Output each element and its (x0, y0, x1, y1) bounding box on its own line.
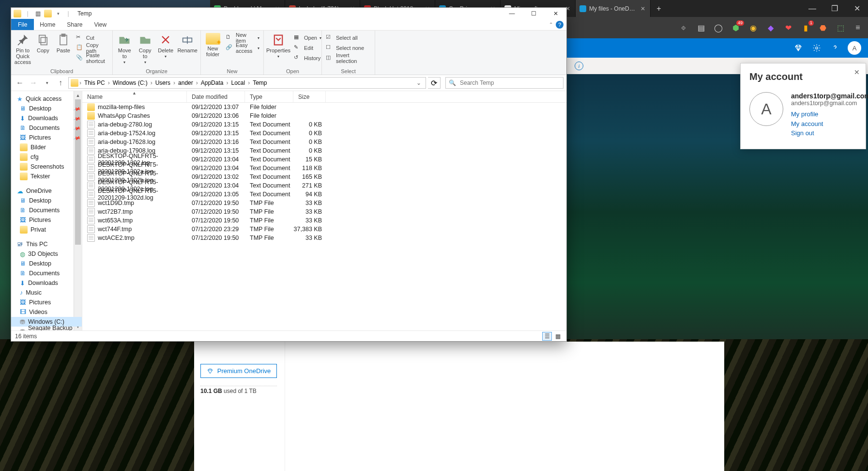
chevron-right-icon[interactable]: › (196, 79, 198, 86)
nav-item[interactable]: ♪ Music (11, 288, 82, 298)
nav-item[interactable]: 🖼 Pictures (11, 215, 82, 225)
my-profile-link[interactable]: My profile (791, 110, 868, 119)
move-to-button[interactable]: Move to▾ (116, 32, 133, 64)
settings-gear-icon[interactable] (811, 42, 822, 54)
browser-tab[interactable]: My files - OneDrive✕ (576, 0, 651, 17)
nav-item[interactable]: 🖼 Pictures (11, 298, 82, 307)
new-item-button[interactable]: 🗋New item ▾ (225, 33, 260, 43)
breadcrumb-segment[interactable]: Users (153, 79, 172, 86)
large-icons-view-icon[interactable]: ▦ (553, 332, 563, 341)
breadcrumb-segment[interactable]: AppData (199, 79, 226, 86)
up-button[interactable]: ↑ (55, 77, 66, 89)
new-folder-button[interactable]: ✦New folder (204, 32, 222, 57)
collections-icon[interactable]: ▤ (696, 22, 706, 33)
file-row[interactable]: DESKTOP-QNLFRT5-20201209-1302d.log09/12/… (82, 190, 566, 199)
open-button[interactable]: ▦Open ▾ (293, 33, 322, 43)
chevron-right-icon[interactable]: › (226, 79, 228, 86)
file-row[interactable]: WhatsApp Crashes09/12/2020 13:06File fol… (82, 111, 566, 120)
ext-shield-icon[interactable]: ⬣ (818, 22, 828, 33)
select-all-button[interactable]: ☑Select all (325, 33, 372, 43)
ext-heart-icon[interactable]: ❤ (783, 22, 793, 33)
refresh-button[interactable]: ⟳ (428, 77, 441, 89)
pin-quick-access-button[interactable]: Pin to Quick access (14, 32, 31, 65)
search-box[interactable]: 🔍 (445, 77, 563, 89)
nav-section-head[interactable]: ☁ OneDrive (11, 186, 82, 196)
nav-item[interactable]: 🗎 Documents (11, 268, 82, 278)
file-row[interactable]: aria-debug-2780.log09/12/2020 13:15Text … (82, 120, 566, 129)
breadcrumb-segment[interactable]: Temp (251, 79, 269, 86)
nav-item[interactable]: 🖥 Desktop (11, 196, 82, 205)
ext-chrome-icon[interactable]: ◉ (748, 22, 759, 33)
ext-tabout-icon[interactable]: ◆ (765, 22, 776, 33)
tab-view[interactable]: View (88, 19, 112, 30)
nav-item[interactable]: ⛃ Seagate Backup Plus (11, 327, 82, 330)
premium-diamond-icon[interactable] (792, 42, 804, 54)
recent-dropdown[interactable]: ▾ (41, 77, 53, 89)
nav-item[interactable]: 🎞 Videos (11, 307, 82, 317)
details-view-icon[interactable]: ☰ (542, 332, 552, 341)
nav-item[interactable]: 🗎 Documents (11, 205, 82, 215)
column-headers[interactable]: ▲Name Date modified Type Size (82, 91, 566, 103)
nav-item[interactable]: 🗎 Documents📌 (11, 123, 82, 133)
file-row[interactable]: wctACE2.tmp07/12/2020 19:50TMP File33 KB (82, 234, 566, 242)
close-icon[interactable]: ✕ (854, 68, 860, 76)
file-row[interactable]: aria-debug-17524.log09/12/2020 13:15Text… (82, 129, 566, 138)
rename-button[interactable]: Rename (177, 32, 198, 53)
address-bar[interactable]: › This PC›Windows (C:)›Users›ander›AppDa… (68, 77, 426, 89)
nav-item[interactable]: cfg (11, 152, 82, 162)
easy-access-button[interactable]: 🔗Easy access ▾ (225, 43, 260, 53)
invert-selection-button[interactable]: ◫Invert selection (325, 53, 372, 63)
close-button[interactable]: ✕ (545, 8, 566, 19)
nav-item[interactable]: Bilder (11, 142, 82, 152)
nav-item[interactable]: ⬇ Downloads📌 (11, 113, 82, 123)
settings-menu-icon[interactable]: ≡ (853, 22, 863, 33)
col-type[interactable]: Type (245, 91, 293, 102)
my-account-link[interactable]: My account (791, 119, 868, 129)
profile-icon[interactable]: ◯ (713, 22, 724, 33)
copy-path-button[interactable]: 📋Copy path (75, 43, 109, 53)
paste-shortcut-button[interactable]: 📎Paste shortcut (75, 53, 109, 63)
nav-item[interactable]: Tekster (11, 172, 82, 181)
paste-button[interactable]: Paste (55, 32, 72, 53)
breadcrumb-segment[interactable]: Local (229, 79, 247, 86)
new-tab-button[interactable]: + (651, 0, 667, 17)
file-row[interactable]: wct72B7.tmp07/12/2020 19:50TMP File33 KB (82, 207, 566, 216)
nav-item[interactable]: Screenshots (11, 162, 82, 172)
breadcrumb-segment[interactable]: ander (176, 79, 195, 86)
nav-item[interactable]: 🖥 Desktop (11, 259, 82, 268)
breadcrumb-segment[interactable]: This PC (82, 79, 107, 86)
close-tab-icon[interactable]: ✕ (640, 5, 646, 12)
back-button[interactable]: ← (14, 77, 26, 89)
breadcrumb-segment[interactable]: Windows (C:) (111, 79, 150, 86)
edit-button[interactable]: ✎Edit (293, 43, 322, 53)
col-name[interactable]: ▲Name (82, 91, 187, 102)
nav-item[interactable]: Privat (11, 225, 82, 235)
nav-item[interactable]: 🖼 Pictures📌 (11, 133, 82, 142)
ext-adguard-icon[interactable]: ⬢49 (731, 22, 741, 33)
col-size[interactable]: Size (293, 91, 326, 102)
sign-out-link[interactable]: Sign out (791, 128, 868, 138)
tab-home[interactable]: Home (34, 19, 61, 30)
properties-button[interactable]: Properties▾ (267, 32, 290, 59)
minimize-button[interactable]: — (501, 8, 523, 19)
maximize-button[interactable]: ☐ (523, 8, 545, 19)
help-icon[interactable] (829, 42, 841, 54)
ext-pin-icon[interactable]: ▮1 (800, 22, 811, 33)
tab-share[interactable]: Share (61, 19, 88, 30)
maximize-button[interactable]: ❐ (823, 0, 846, 17)
search-input[interactable] (459, 79, 560, 87)
file-row[interactable]: wct1D9D.tmp07/12/2020 19:50TMP File33 KB (82, 199, 566, 207)
collapse-ribbon-icon[interactable]: ⌃ (549, 22, 553, 27)
file-row[interactable]: wct653A.tmp07/12/2020 19:50TMP File33 KB (82, 216, 566, 225)
file-row[interactable]: aria-debug-17628.log09/12/2020 13:16Text… (82, 138, 566, 146)
col-date[interactable]: Date modified (187, 91, 245, 102)
chevron-right-icon[interactable]: › (108, 79, 110, 86)
library-icon[interactable]: ⟐ (678, 22, 689, 33)
chevron-right-icon[interactable]: › (151, 79, 152, 86)
extensions-menu-icon[interactable]: ⬚ (835, 22, 846, 33)
nav-item[interactable]: 🖥 Desktop📌 (11, 104, 82, 113)
info-icon[interactable]: i (575, 62, 583, 70)
tab-file[interactable]: File (11, 19, 34, 30)
help-icon[interactable]: ? (556, 21, 563, 29)
qat-prop-icon[interactable]: ▥ (33, 9, 42, 18)
